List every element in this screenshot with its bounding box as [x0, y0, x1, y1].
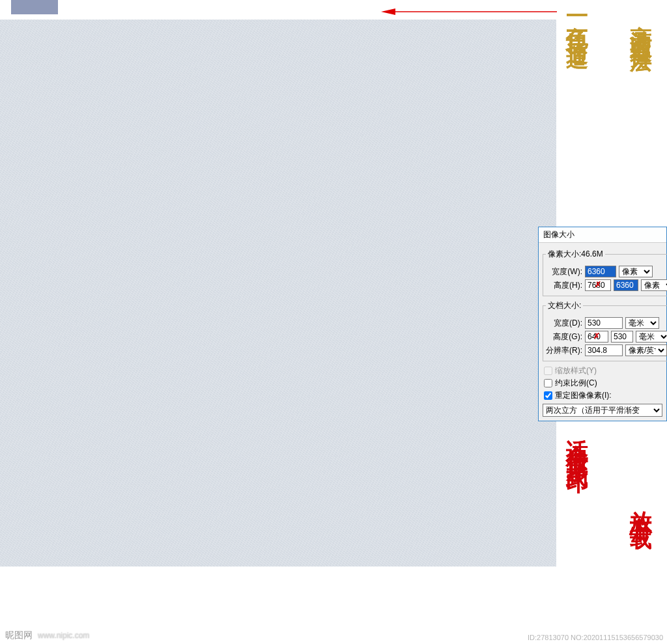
pixel-dimensions-group: 像素大小:46.6M 宽度(W): 像素 高度(H): ✗ 像素: [543, 249, 667, 296]
doc-height-input[interactable]: [611, 331, 633, 343]
scale-styles-label: 缩放样式(Y): [555, 365, 597, 376]
dialog-title: 图像大小: [539, 227, 666, 243]
color-swatch: [11, 0, 58, 14]
annotation-right-top: 高清通道分层: [625, 8, 655, 39]
resample-method-select[interactable]: 两次立方（适用于平滑渐变: [543, 404, 662, 417]
constrain-label: 约束比例(C): [555, 378, 597, 389]
watermark-site-cn: 昵图网: [5, 630, 33, 641]
pixel-height-unit[interactable]: 像素: [641, 279, 667, 291]
svg-marker-1: [381, 8, 395, 15]
resolution-unit[interactable]: 像素/英寸: [625, 344, 667, 356]
resample-box[interactable]: [544, 391, 552, 400]
annotation-right-bottom: 放心下载: [625, 494, 655, 514]
arrow-left-icon: [381, 8, 557, 16]
pixel-height-label: 高度(H):: [546, 280, 582, 291]
constrain-proportions-checkbox[interactable]: 约束比例(C): [544, 378, 661, 389]
pixel-width-unit[interactable]: 像素: [619, 266, 653, 277]
annotation-left-bottom: 适合任何形式印: [561, 422, 591, 458]
pixel-height-old: [585, 279, 611, 291]
doc-height-label: 高度(G):: [546, 331, 582, 343]
resolution-input[interactable]: [585, 344, 623, 356]
pixel-width-input[interactable]: [585, 266, 616, 277]
resample-checkbox[interactable]: 重定图像像素(I):: [544, 390, 661, 401]
pixel-height-input[interactable]: [614, 279, 638, 291]
document-size-group: 文档大小: 宽度(D): 毫米 高度(G): ✗ 毫米: [543, 300, 667, 361]
resolution-label: 分辨率(R):: [546, 345, 582, 356]
pixel-width-label: 宽度(W):: [546, 266, 582, 277]
watermark-id: ID:27813070 NO:20201115153656579030: [528, 634, 663, 641]
doc-width-unit[interactable]: 毫米: [625, 317, 659, 329]
watermark-left: 昵图网 www.nipic.com: [5, 630, 89, 641]
scale-styles-box: [544, 367, 552, 375]
scale-styles-checkbox: 缩放样式(Y): [544, 365, 661, 376]
doc-width-input[interactable]: [585, 317, 623, 329]
doc-width-label: 宽度(D):: [546, 318, 582, 329]
canvas-preview: [0, 20, 556, 567]
resample-label: 重定图像像素(I):: [555, 390, 612, 401]
image-size-dialog: 图像大小 像素大小:46.6M 宽度(W): 像素 高度(H): ✗ 像素: [538, 227, 667, 421]
annotation-left-top: 一色块一通道: [561, 4, 591, 35]
watermark-site-en: www.nipic.com: [38, 631, 89, 640]
pixel-legend: 像素大小:46.6M: [546, 249, 605, 260]
doc-height-old: [585, 331, 608, 343]
doc-legend: 文档大小:: [546, 300, 583, 311]
constrain-box[interactable]: [544, 379, 552, 387]
doc-height-unit[interactable]: 毫米: [636, 331, 667, 343]
